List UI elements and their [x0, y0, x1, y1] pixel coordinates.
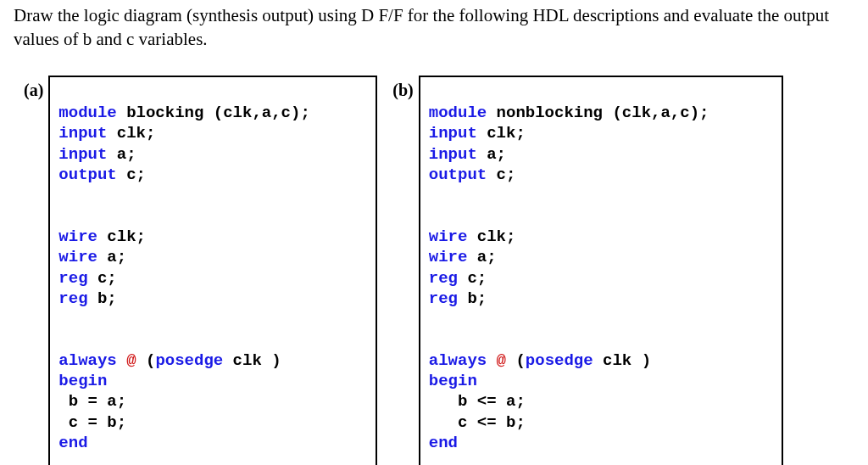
stmt: c = b; — [58, 413, 126, 432]
label-a: (a) — [24, 76, 43, 100]
module-args: (clk,a,c); — [214, 104, 310, 122]
decl: b; — [458, 289, 487, 308]
module-name: blocking — [117, 104, 214, 122]
code-box-a: module blocking (clk,a,c); input clk; in… — [48, 76, 377, 465]
blank-line — [58, 309, 367, 329]
kw-output: output — [429, 165, 487, 184]
decl: a; — [97, 248, 126, 266]
paren: ( — [146, 351, 155, 370]
kw-input: input — [58, 124, 107, 143]
module-name: nonblocking — [487, 104, 612, 122]
paren: ( — [515, 351, 525, 370]
kw-reg: reg — [58, 269, 87, 288]
code-columns: (a) module blocking (clk,a,c); input clk… — [24, 76, 854, 465]
kw-wire: wire — [58, 227, 97, 246]
kw-begin: begin — [58, 372, 107, 390]
at-symbol: @ — [487, 351, 515, 370]
code-box-b: module nonblocking (clk,a,c); input clk;… — [419, 76, 783, 465]
kw-posedge: posedge — [526, 351, 593, 370]
stmt: c <= b; — [429, 413, 526, 432]
decl: a; — [107, 145, 136, 164]
kw-input: input — [58, 145, 107, 164]
kw-input: input — [429, 124, 477, 143]
kw-module: module — [429, 104, 487, 122]
kw-posedge: posedge — [155, 351, 223, 370]
decl: clk; — [97, 227, 146, 246]
blank-line — [58, 453, 367, 465]
kw-wire: wire — [429, 227, 468, 246]
blank-line — [429, 453, 773, 465]
sens-rest: clk ) — [223, 351, 281, 370]
decl: b; — [88, 289, 117, 308]
kw-always: always — [429, 351, 487, 370]
kw-module: module — [58, 104, 116, 122]
decl: clk; — [107, 124, 155, 143]
blank-line — [429, 185, 773, 205]
module-args: (clk,a,c); — [612, 104, 709, 122]
sens-rest: clk ) — [593, 351, 651, 370]
at-symbol: @ — [117, 351, 146, 370]
question-instruction: Draw the logic diagram (synthesis output… — [14, 3, 854, 52]
column-a: (a) module blocking (clk,a,c); input clk… — [24, 76, 377, 465]
blank-line — [429, 309, 773, 329]
column-b: (b) module nonblocking (clk,a,c); input … — [392, 76, 782, 465]
decl: c; — [117, 165, 146, 184]
label-b: (b) — [392, 76, 413, 100]
kw-end: end — [58, 434, 87, 452]
stmt: b = a; — [58, 392, 126, 411]
decl: a; — [467, 248, 496, 266]
decl: a; — [477, 145, 506, 164]
kw-wire: wire — [58, 248, 97, 266]
kw-always: always — [58, 351, 116, 370]
kw-reg: reg — [429, 269, 458, 288]
blank-line — [58, 185, 367, 205]
kw-input: input — [429, 145, 477, 164]
decl: c; — [88, 269, 117, 288]
stmt: b <= a; — [429, 392, 526, 411]
kw-output: output — [58, 165, 116, 184]
decl: c; — [487, 165, 515, 184]
kw-begin: begin — [429, 372, 477, 390]
kw-reg: reg — [429, 289, 458, 308]
decl: clk; — [467, 227, 515, 246]
kw-end: end — [429, 434, 458, 452]
decl: clk; — [477, 124, 526, 143]
kw-reg: reg — [58, 289, 87, 308]
kw-wire: wire — [429, 248, 468, 266]
decl: c; — [458, 269, 487, 288]
